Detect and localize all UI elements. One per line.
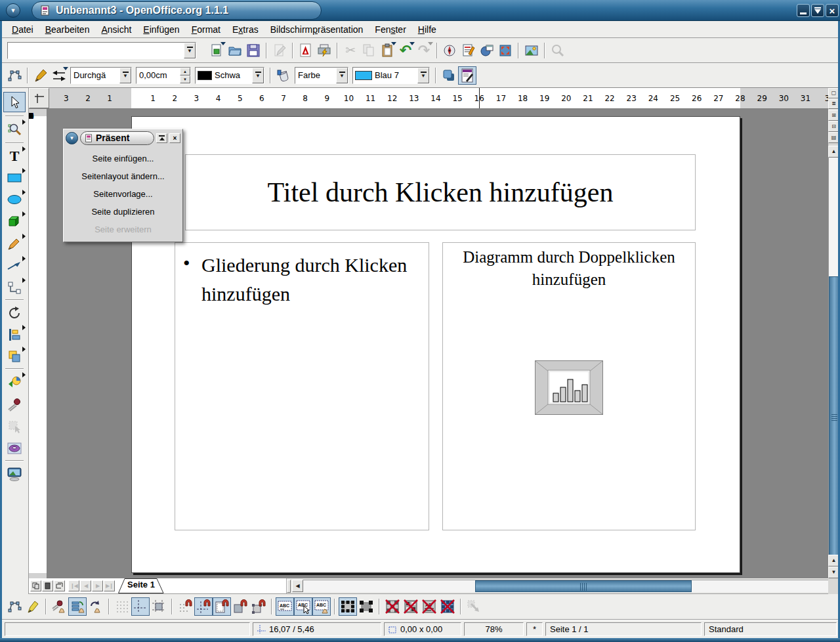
line-width-spin-buttons[interactable]: ▲ ▼	[180, 68, 190, 83]
show-snap-lines-toggle[interactable]	[131, 597, 150, 616]
rotate-tool[interactable]	[3, 303, 26, 323]
palette-title-bar[interactable]: ▼ Präsent ×	[64, 129, 182, 146]
line-color-combobox[interactable]: Schwa ▼	[195, 67, 264, 84]
palette-item[interactable]: Seite duplizieren	[64, 203, 182, 221]
diagram-placeholder[interactable]: Diagramm durch Doppelklicken hinzufügen	[442, 242, 696, 530]
select-tool[interactable]	[3, 92, 26, 112]
navigator-button[interactable]	[478, 41, 496, 60]
redo-button[interactable]: ↷	[415, 41, 433, 60]
edit-file-button[interactable]	[270, 41, 289, 60]
zoom-window-button[interactable]	[496, 41, 514, 60]
line-style-combobox[interactable]: Durchgä ▼	[70, 67, 132, 84]
ellipse-tool[interactable]	[3, 189, 26, 209]
url-dropdown-button[interactable]: ▼	[184, 43, 196, 58]
maximize-button[interactable]	[811, 4, 824, 17]
connector-tool[interactable]	[3, 277, 26, 297]
lines-arrows-tool[interactable]	[3, 255, 26, 276]
allow-effects-button[interactable]	[50, 597, 68, 616]
contour-mode-toggle[interactable]	[402, 597, 420, 616]
window-menu-button[interactable]: ▼	[6, 3, 20, 18]
3d-controller-tool[interactable]	[3, 438, 26, 458]
zoom-button[interactable]	[549, 41, 567, 60]
menu-item[interactable]: Einfügen	[137, 22, 185, 37]
slide-tab[interactable]: Seite 1	[118, 578, 164, 593]
area-color-combobox[interactable]: Blau 7 ▼	[352, 67, 430, 84]
new-document-button[interactable]	[207, 41, 226, 60]
status-zoom-segment[interactable]: 78%	[464, 622, 524, 636]
title-placeholder[interactable]: Titel durch Klicken hinzufügen	[185, 154, 696, 230]
presentation-palette[interactable]: ▼ Präsent × Seite einfügen...Seitenlayou…	[63, 129, 183, 242]
undo-button[interactable]: ↶	[396, 41, 415, 60]
palette-menu-button[interactable]: ▼	[66, 132, 78, 144]
gallery-button[interactable]	[522, 41, 541, 60]
text-tool[interactable]: T	[3, 146, 26, 166]
title-bar[interactable]: ▼ Unbenannt3 - OpenOffice.org 1.1.1 ×	[0, 0, 840, 21]
slide-page[interactable]: Titel durch Klicken hinzufügen • Glieder…	[131, 116, 740, 573]
area-color-dropdown[interactable]: ▼	[417, 68, 429, 83]
interaction-tool[interactable]	[3, 416, 26, 437]
print-button[interactable]	[315, 41, 333, 60]
snap-to-page-margins-toggle[interactable]	[213, 597, 231, 616]
tab-scrollbar-splitter[interactable]	[287, 580, 291, 593]
snap-to-grid-toggle[interactable]	[176, 597, 194, 616]
double-click-edit-text-toggle[interactable]: ABC	[312, 597, 331, 616]
url-input[interactable]	[8, 44, 184, 57]
menu-item[interactable]: Hilfe	[412, 22, 442, 37]
menu-item[interactable]: Bearbeiten	[39, 22, 96, 37]
animation-order-button[interactable]	[68, 597, 87, 616]
glue-points-toggle[interactable]	[24, 597, 42, 616]
show-grid-toggle[interactable]	[113, 597, 131, 616]
palette-item[interactable]: Seitenvorlage...	[64, 186, 182, 203]
hyperlink-dialog-button[interactable]	[441, 41, 459, 60]
layer-mode-button[interactable]	[54, 580, 65, 591]
alignment-tool[interactable]	[3, 324, 26, 345]
palette-item[interactable]: Seite erweitern	[64, 221, 182, 239]
cut-button[interactable]: ✂	[341, 41, 360, 60]
horizontal-ruler[interactable]: 321 123456789101112131415161718192021222…	[29, 88, 828, 109]
arrow-style-button[interactable]	[50, 66, 68, 85]
curve-tool[interactable]	[3, 233, 26, 253]
vertical-ruler[interactable]: 123456789101112131415161718192021	[29, 109, 47, 578]
chart-placeholder-icon[interactable]	[535, 360, 603, 415]
palette-close-button[interactable]: ×	[169, 133, 180, 143]
menu-item[interactable]: Datei	[6, 22, 39, 37]
rotation-mode-button[interactable]	[87, 597, 105, 616]
line-style-dropdown[interactable]: ▼	[119, 68, 131, 83]
select-text-area-only-toggle[interactable]: ABC	[294, 597, 312, 616]
modify-object-with-attributes-toggle[interactable]	[339, 597, 357, 616]
line-width-spinner[interactable]: 0,00cm ▲ ▼	[136, 67, 191, 84]
open-button[interactable]	[226, 41, 244, 60]
page-mode-button[interactable]	[30, 580, 41, 591]
minimize-button[interactable]	[797, 4, 810, 17]
close-button[interactable]: ×	[826, 4, 839, 17]
menu-item[interactable]: Fenster	[369, 22, 411, 37]
arrange-tool[interactable]	[3, 346, 26, 366]
export-pdf-button[interactable]	[297, 41, 315, 60]
simple-handles-toggle[interactable]	[357, 597, 375, 616]
horizontal-scrollbar-track[interactable]	[303, 580, 831, 592]
scroll-left-button[interactable]: ◀	[292, 580, 303, 592]
save-button[interactable]	[244, 41, 262, 60]
helplines-while-moving-toggle[interactable]	[150, 597, 168, 616]
line-color-dropdown[interactable]: ▼	[252, 68, 264, 83]
quick-edit-toggle[interactable]: ABC	[276, 597, 294, 616]
rectangle-tool[interactable]	[3, 167, 26, 188]
area-dialog-button[interactable]	[274, 66, 293, 85]
stylist-button[interactable]	[459, 41, 478, 60]
master-mode-button[interactable]	[42, 580, 53, 591]
previous-page-button[interactable]: ◀	[80, 580, 91, 591]
first-page-button[interactable]: ❙◀	[68, 580, 79, 591]
text-placeholder-toggle[interactable]: AB	[420, 597, 438, 616]
line-dialog-button[interactable]	[32, 66, 50, 85]
shadow-button[interactable]	[440, 66, 458, 85]
picture-placeholder-toggle[interactable]	[383, 597, 402, 616]
palette-item[interactable]: Seite einfügen...	[64, 150, 182, 168]
edit-points-button[interactable]	[5, 66, 24, 85]
exit-all-groups-button[interactable]	[465, 597, 483, 616]
snap-to-object-border-toggle[interactable]	[231, 597, 249, 616]
presentation-tool[interactable]	[3, 463, 26, 484]
status-template-segment[interactable]: Standard	[704, 622, 837, 636]
paste-button[interactable]	[378, 41, 396, 60]
menu-item[interactable]: Format	[186, 22, 226, 37]
copy-button[interactable]	[360, 41, 378, 60]
